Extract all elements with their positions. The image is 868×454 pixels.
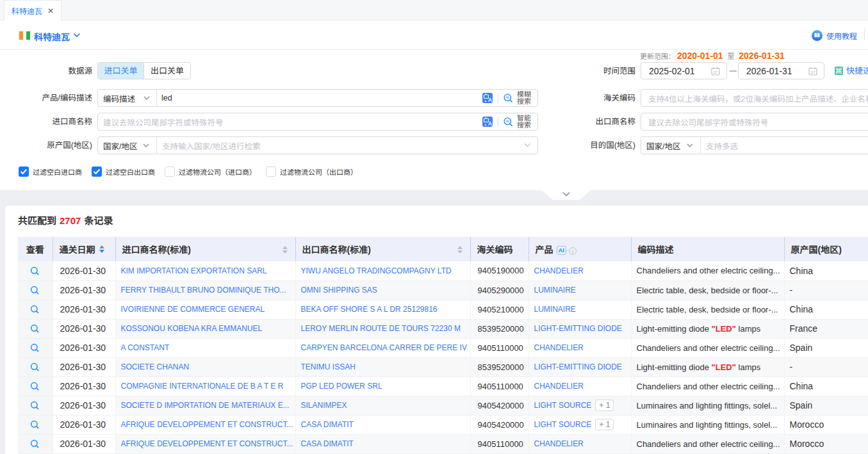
- svg-text:A: A: [488, 97, 492, 103]
- svg-text:A: A: [488, 120, 492, 127]
